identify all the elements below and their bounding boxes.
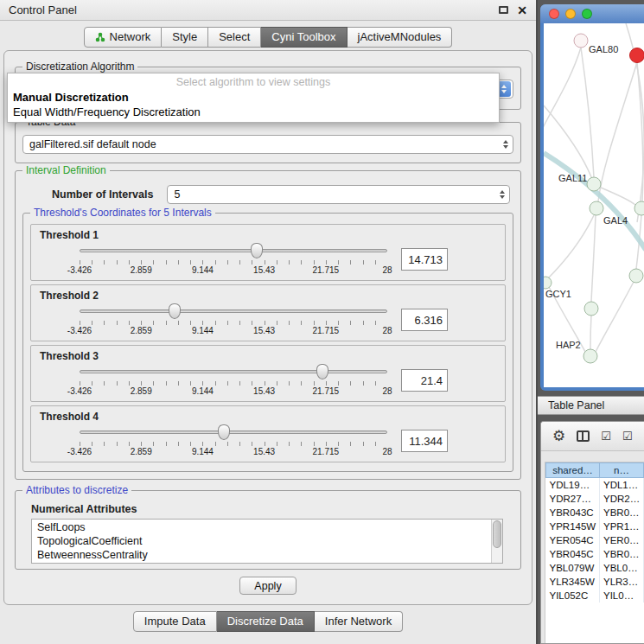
slider-track[interactable]	[80, 249, 387, 252]
table-cell[interactable]: YER054C	[546, 533, 600, 547]
table-cell[interactable]: YBL0…	[600, 561, 644, 575]
table-cell[interactable]: YLR3…	[600, 575, 644, 589]
top-tab-bar: Network Style Select Cyni Toolbox jActiv…	[0, 27, 536, 48]
dropdown-item-manual-discretization[interactable]: Manual Discretization	[8, 90, 499, 105]
table-cell[interactable]: YIL0…	[600, 589, 644, 603]
table-cell[interactable]: YPR1…	[600, 520, 644, 533]
node-label[interactable]: HAP2	[556, 340, 581, 350]
control-panel-window: Control Panel ✕ Network Style Select Cyn…	[0, 0, 536, 644]
network-node[interactable]	[544, 277, 552, 289]
network-node[interactable]	[629, 269, 643, 283]
numerical-attributes-list[interactable]: SelfLoopsTopologicalCoefficientBetweenne…	[31, 519, 503, 564]
threshold-value-field[interactable]: 14.713	[401, 248, 448, 271]
slider-track[interactable]	[80, 430, 387, 434]
node-label[interactable]: GCY1	[545, 289, 571, 299]
network-node[interactable]	[584, 302, 598, 316]
table-toolbar: ⚙ ☑ ☑	[541, 422, 644, 451]
threshold-panel-1: Threshold 1 -3.4262.8599.14415.4321.7152…	[30, 224, 506, 281]
table-cell[interactable]: YBR0…	[600, 506, 644, 520]
tab-discretize-data[interactable]: Discretize Data	[217, 611, 315, 632]
minimize-traffic-light-icon[interactable]	[565, 9, 576, 19]
tab-infer-network[interactable]: Infer Network	[315, 611, 403, 632]
threshold-value-field[interactable]: 11.344	[401, 430, 448, 452]
table-cell[interactable]: YER0…	[600, 533, 644, 547]
table-row[interactable]: YDL19…YDL1…	[546, 478, 644, 492]
scrollbar-thumb[interactable]	[493, 520, 501, 548]
close-icon[interactable]: ✕	[517, 4, 527, 16]
table-row[interactable]: YBL079WYBL0…	[546, 561, 644, 575]
table-cell[interactable]: YPR145W	[546, 520, 600, 533]
table-cell[interactable]: YDL19…	[546, 478, 600, 492]
slider-track[interactable]	[80, 370, 387, 373]
network-node[interactable]	[574, 34, 588, 48]
table-cell[interactable]: YDR27…	[546, 492, 600, 506]
attribute-list-item[interactable]: BetweennessCentrality	[32, 548, 502, 562]
threshold-slider[interactable]: -3.4262.8599.14415.4321.71528	[80, 424, 387, 458]
table-row[interactable]: YER054CYER0…	[546, 533, 644, 547]
slider-track[interactable]	[80, 309, 387, 313]
table-row[interactable]: YPR145WYPR1…	[546, 520, 644, 533]
apply-button[interactable]: Apply	[239, 577, 296, 595]
node-label[interactable]: GAL4	[603, 215, 628, 226]
tab-impute-data[interactable]: Impute Data	[133, 611, 217, 632]
table-row[interactable]: YIL052CYIL0…	[546, 589, 644, 603]
slider-thumb[interactable]	[218, 424, 230, 440]
slider-tick-labels: -3.4262.8599.14415.4321.71528	[80, 386, 387, 397]
table-cell[interactable]: YLR345W	[546, 575, 600, 589]
tab-label: Infer Network	[325, 615, 392, 628]
slider-thumb[interactable]	[316, 364, 328, 379]
zoom-traffic-light-icon[interactable]	[582, 9, 592, 19]
table-row[interactable]: YDR27…YDR2…	[546, 492, 644, 506]
table-data-combobox[interactable]: galFiltered.sif default node	[22, 135, 513, 154]
network-node[interactable]	[634, 201, 644, 215]
table-cell[interactable]: YBL079W	[546, 561, 600, 575]
network-node[interactable]	[590, 201, 603, 215]
columns-icon[interactable]	[577, 430, 590, 442]
threshold-slider[interactable]: -3.4262.8599.14415.4321.71528	[80, 242, 387, 277]
select-columns-icon[interactable]: ☑	[622, 430, 633, 443]
table-row[interactable]: YLR345WYLR3…	[546, 575, 644, 589]
column-header-shared[interactable]: shared…	[546, 463, 600, 478]
attribute-list-item[interactable]: TopologicalCoefficient	[32, 534, 502, 548]
select-all-icon[interactable]: ☑	[601, 430, 611, 443]
close-traffic-light-icon[interactable]	[549, 9, 559, 19]
table-cell[interactable]: YBR0…	[600, 547, 644, 561]
tab-cyni-toolbox[interactable]: Cyni Toolbox	[261, 27, 347, 48]
column-header-name[interactable]: n…	[600, 463, 644, 478]
table-row[interactable]: YBR043CYBR0…	[546, 506, 644, 520]
table-cell[interactable]: YBR043C	[546, 506, 600, 520]
threshold-value-field[interactable]: 21.4	[401, 369, 448, 392]
gear-icon[interactable]: ⚙	[552, 429, 565, 443]
threshold-value-field[interactable]: 6.316	[401, 309, 448, 331]
tab-style[interactable]: Style	[162, 27, 208, 48]
scrollbar[interactable]	[491, 520, 502, 563]
network-canvas[interactable]: GAL80 GAL11 GAL4 GCY1 HAP2	[544, 23, 644, 387]
table-cell[interactable]: YIL052C	[546, 589, 600, 603]
attribute-list-item[interactable]: SelfLoops	[32, 520, 502, 534]
network-view-window: GAL80 GAL11 GAL4 GCY1 HAP2	[540, 4, 644, 391]
node-label[interactable]: GAL80	[589, 44, 618, 54]
network-node[interactable]	[583, 349, 597, 363]
network-node[interactable]	[587, 177, 601, 191]
number-of-intervals-combobox[interactable]: 5	[167, 185, 510, 204]
threshold-slider[interactable]: -3.4262.8599.14415.4321.71528	[80, 303, 387, 337]
table-cell[interactable]: YBR045C	[546, 547, 600, 561]
group-title: Discretization Algorithm	[22, 61, 137, 73]
threshold-slider[interactable]: -3.4262.8599.14415.4321.71528	[80, 363, 387, 398]
tab-jactivemnodules[interactable]: jActiveMNodules	[348, 27, 453, 48]
dropdown-item-equal-width-frequency[interactable]: Equal Width/Frequency Discretization	[8, 105, 499, 119]
tab-network[interactable]: Network	[84, 27, 163, 48]
threshold-label: Threshold 4	[40, 411, 498, 423]
node-label[interactable]: GAL11	[558, 173, 587, 183]
network-nodes	[544, 34, 644, 363]
table-row[interactable]: YBR045CYBR0…	[546, 547, 644, 561]
slider-thumb[interactable]	[169, 303, 181, 319]
slider-thumb[interactable]	[251, 243, 263, 258]
float-window-icon[interactable]	[499, 6, 508, 14]
table-panel-window: ⚙ ☑ ☑ shared… n… YDL19…YDL1…YDR27…YDR2…Y…	[540, 421, 644, 644]
node-table-area: shared… n… YDL19…YDL1…YDR27…YDR2…YBR043C…	[545, 462, 644, 643]
table-cell[interactable]: YDR2…	[600, 492, 644, 506]
network-node-selected[interactable]	[630, 48, 644, 63]
tab-select[interactable]: Select	[208, 27, 261, 48]
table-cell[interactable]: YDL1…	[600, 478, 644, 492]
